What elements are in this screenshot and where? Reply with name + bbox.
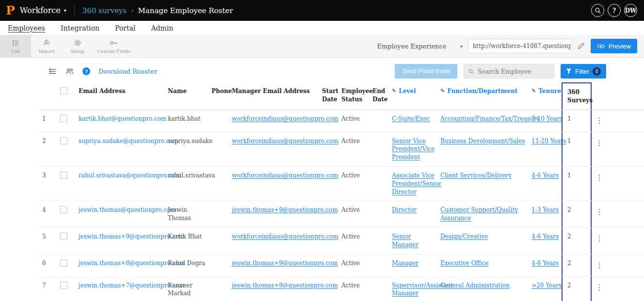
row-checkbox[interactable] — [60, 259, 67, 267]
level-link[interactable]: Director — [392, 206, 417, 213]
portal-url-field[interactable]: http://workforce-41087.questionpro.co — [468, 39, 571, 53]
toolbar-import-label: Import — [39, 48, 55, 54]
row-checkbox[interactable] — [60, 206, 67, 213]
toolbar-import-button[interactable]: Import — [31, 35, 62, 57]
row-number: 2 — [39, 132, 52, 166]
name-cell: rahul.srivastava — [168, 167, 211, 201]
product-switcher[interactable]: Workforce ▾ — [20, 6, 66, 15]
level-link[interactable]: Senior Vice President/Vice President — [392, 138, 435, 161]
email-link[interactable]: jeswin.thomas@questionpro.com — [79, 206, 176, 213]
row-checkbox[interactable] — [60, 137, 67, 144]
function-link[interactable]: Executive Office — [440, 260, 488, 267]
nav-tab-admin[interactable]: Admin — [151, 24, 173, 32]
table-view-icon — [48, 68, 57, 75]
function-link[interactable]: Customer Support/Quality Assurance — [440, 206, 518, 222]
row-checkbox[interactable] — [60, 172, 67, 179]
tenure-link[interactable]: 4-6 Years — [531, 233, 559, 240]
status-cell: Active — [341, 132, 372, 166]
tenure-link[interactable]: 4-6 Years — [531, 172, 559, 179]
tenure-link[interactable]: 1-3 Years — [531, 206, 559, 213]
kebab-menu-icon[interactable]: ⋮ — [593, 233, 606, 245]
table-row: 2 supriya.sudake@questionpro.com supriya… — [39, 132, 644, 167]
avatar[interactable]: DW — [624, 4, 637, 17]
row-checkbox[interactable] — [60, 115, 67, 122]
row-checkbox[interactable] — [60, 233, 67, 240]
experience-select[interactable]: Employee Experience ▾ — [377, 43, 462, 50]
toolbar-setup-label: Setup — [71, 48, 84, 54]
edit-icon: ✎ — [531, 87, 536, 95]
email-link[interactable]: rahul.srivastava@questionpro.com — [79, 172, 181, 179]
global-search-button[interactable] — [591, 4, 604, 17]
kebab-menu-icon[interactable]: ⋮ — [593, 206, 606, 218]
select-all-checkbox[interactable] — [60, 87, 67, 95]
function-link[interactable]: Accounting/Finance/Tax/Treasury — [440, 115, 540, 122]
tenure-link[interactable]: 11-20 Years — [531, 138, 566, 144]
row-number: 3 — [39, 167, 52, 201]
row-number: 7 — [39, 277, 52, 301]
level-link[interactable]: Senior Manager — [392, 233, 419, 248]
kebab-menu-icon[interactable]: ⋮ — [593, 137, 606, 149]
surveys-count-cell: 2 — [562, 277, 592, 301]
roster-help-button[interactable]: ? — [82, 67, 90, 75]
filter-button[interactable]: Filter 0 — [561, 64, 606, 79]
level-link[interactable]: Manager — [392, 260, 419, 267]
topbar: P Workforce ▾ 360 surveys › Manage Emplo… — [0, 0, 644, 21]
start-date-cell — [322, 254, 341, 276]
start-date-cell — [322, 110, 341, 132]
breadcrumb-parent-link[interactable]: 360 surveys — [82, 6, 127, 15]
send-portal-invite-button[interactable]: Send Portal Invite — [395, 64, 457, 79]
toolbar-custom-fields-button[interactable]: Custom Fields — [93, 35, 134, 57]
row-checkbox-cell — [52, 277, 79, 301]
phone-cell — [211, 228, 232, 254]
header-function-department[interactable]: ✎ Function/Department — [440, 82, 531, 110]
kebab-menu-icon[interactable]: ⋮ — [593, 115, 606, 127]
edit-icon: ✎ — [440, 87, 445, 95]
kebab-menu-icon[interactable]: ⋮ — [593, 259, 606, 271]
email-link[interactable]: kartik.bhat@questionpro.com — [79, 115, 166, 122]
start-date-cell — [322, 132, 341, 166]
header-tenure[interactable]: ✎ Tenure — [531, 82, 562, 110]
function-link[interactable]: Client Services/Delivery — [440, 172, 512, 179]
table-row: 3 rahul.srivastava@questionpro.com rahul… — [39, 167, 644, 201]
row-checkbox-cell — [52, 110, 79, 132]
name-cell: kartik.bhat — [168, 110, 211, 132]
preview-button[interactable]: Preview — [591, 39, 637, 53]
header-function-label: Function/Department — [447, 87, 517, 95]
toolbar-list-button[interactable]: List — [0, 35, 31, 57]
table-row: 7 jeswin.thomas+7@questionpro.com Ranvee… — [39, 277, 644, 301]
kebab-menu-icon[interactable]: ⋮ — [593, 172, 606, 184]
header-level[interactable]: ✎ Level — [392, 82, 440, 110]
page-title: Manage Employee Roster — [138, 6, 233, 15]
main-nav: Employees Integration Portal Admin — [0, 21, 644, 35]
tenure-link[interactable]: 7-10 Years — [531, 115, 563, 122]
employee-search — [464, 64, 554, 79]
table-header-row: Email Address Name Phone Manager Email A… — [39, 82, 644, 110]
surveys-count-cell: 1 — [562, 110, 592, 132]
function-link[interactable]: General Administration — [440, 282, 510, 289]
email-link[interactable]: supriya.sudake@questionpro.com — [79, 138, 178, 144]
level-link[interactable]: C-Suite/Exec — [392, 115, 430, 122]
start-date-cell — [322, 167, 341, 201]
filter-count-badge: 0 — [593, 67, 601, 76]
tenure-link[interactable]: >20 Years — [531, 282, 562, 289]
nav-tab-portal[interactable]: Portal — [115, 24, 135, 32]
org-view-button[interactable] — [65, 68, 74, 75]
toolbar-setup-button[interactable]: Setup — [62, 35, 93, 57]
kebab-menu-icon[interactable]: ⋮ — [593, 282, 606, 294]
function-link[interactable]: Business Development/Sales — [440, 138, 525, 144]
edit-url-button[interactable] — [577, 42, 585, 50]
phone-cell — [211, 167, 232, 201]
name-cell: Jeswin Thomas — [168, 201, 211, 227]
nav-tab-employees[interactable]: Employees — [8, 24, 45, 32]
nav-tab-integration[interactable]: Integration — [61, 24, 99, 32]
search-employee-input[interactable] — [478, 68, 549, 75]
download-roster-link[interactable]: Download Roaster — [98, 68, 157, 75]
help-button[interactable]: ? — [608, 4, 621, 17]
avatar-initials: DW — [625, 7, 637, 14]
row-checkbox[interactable] — [60, 282, 67, 289]
level-link[interactable]: Associate Vice President/Senior Director — [392, 172, 441, 195]
tenure-link[interactable]: 4-6 Years — [531, 260, 559, 267]
function-link[interactable]: Design/Creative — [440, 233, 488, 240]
roster-view-button[interactable] — [48, 68, 57, 75]
surveys-count-cell: 1 — [562, 167, 592, 201]
